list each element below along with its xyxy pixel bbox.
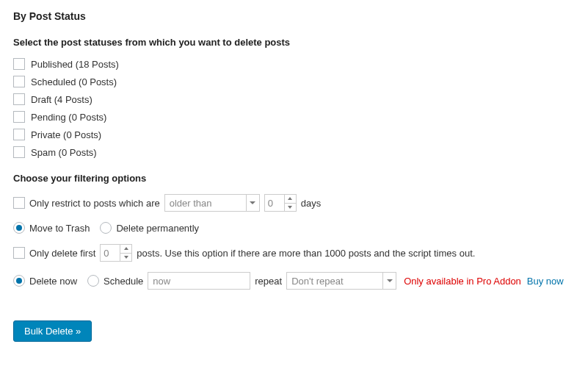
checkbox-published[interactable] [13, 58, 25, 70]
delete-now-label: Delete now [29, 276, 77, 287]
checkbox-spam[interactable] [13, 146, 25, 158]
repeat-label: repeat [255, 276, 282, 287]
radio-move-to-trash[interactable] [13, 222, 25, 234]
status-label: Spam (0 Posts) [31, 147, 97, 158]
delete-first-count-input[interactable]: 0 [100, 244, 132, 262]
checkbox-restrict[interactable] [13, 197, 25, 209]
restrict-row: Only restrict to posts which are older t… [13, 194, 575, 212]
status-list: Published (18 Posts) Scheduled (0 Posts)… [13, 58, 575, 158]
bulk-delete-button[interactable]: Bulk Delete » [13, 320, 92, 342]
checkbox-pending[interactable] [13, 111, 25, 123]
pro-note: Only available in Pro Addon [404, 276, 521, 287]
spinner-icon[interactable] [284, 195, 296, 211]
buy-now-link[interactable]: Buy now [527, 276, 564, 287]
status-row: Spam (0 Posts) [13, 146, 575, 158]
delete-first-row: Only delete first 0 posts. Use this opti… [13, 244, 575, 262]
status-label: Private (0 Posts) [31, 129, 101, 140]
schedule-label: Schedule [104, 276, 143, 287]
status-label: Pending (0 Posts) [31, 112, 106, 123]
status-row: Draft (4 Posts) [13, 93, 575, 105]
trash-label: Move to Trash [29, 223, 90, 234]
restrict-compare-select[interactable]: older than [164, 194, 260, 212]
checkbox-delete-first[interactable] [13, 247, 25, 259]
days-unit: days [301, 198, 321, 209]
restrict-days-input[interactable]: 0 [264, 194, 297, 212]
delete-first-suffix: posts. Use this option if there are more… [137, 248, 475, 259]
restrict-label: Only restrict to posts which are [29, 198, 160, 209]
radio-delete-permanently[interactable] [100, 222, 112, 234]
time-value: now [153, 276, 170, 287]
instruction-text: Select the post statuses from which you … [13, 37, 575, 48]
radio-schedule[interactable] [87, 275, 99, 287]
num-value: 0 [101, 245, 120, 261]
status-row: Pending (0 Posts) [13, 111, 575, 123]
select-value: Don't repeat [291, 276, 343, 287]
status-row: Private (0 Posts) [13, 129, 575, 140]
chevron-down-icon [382, 273, 396, 289]
radio-delete-now[interactable] [13, 275, 25, 287]
repeat-select[interactable]: Don't repeat [286, 272, 396, 290]
checkbox-scheduled[interactable] [13, 76, 25, 87]
section-title: By Post Status [13, 10, 575, 22]
status-row: Published (18 Posts) [13, 58, 575, 70]
perm-label: Delete permanently [116, 223, 199, 234]
checkbox-draft[interactable] [13, 93, 25, 105]
status-row: Scheduled (0 Posts) [13, 76, 575, 87]
status-label: Scheduled (0 Posts) [31, 76, 117, 87]
delete-first-prefix: Only delete first [29, 248, 95, 259]
filter-heading: Choose your filtering options [13, 173, 575, 184]
schedule-time-input[interactable]: now [148, 272, 250, 290]
status-label: Published (18 Posts) [31, 59, 119, 70]
select-value: older than [170, 198, 212, 209]
checkbox-private[interactable] [13, 129, 25, 140]
chevron-down-icon [246, 195, 259, 211]
spinner-icon[interactable] [120, 245, 131, 261]
schedule-row: Delete now Schedule now repeat Don't rep… [13, 272, 575, 290]
num-value: 0 [265, 195, 284, 211]
status-label: Draft (4 Posts) [31, 94, 92, 105]
delete-mode-row: Move to Trash Delete permanently [13, 222, 575, 234]
